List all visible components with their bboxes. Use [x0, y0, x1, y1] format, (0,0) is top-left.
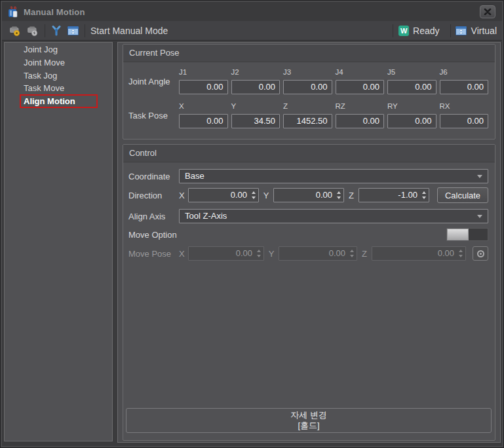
action-button-line2: [홀드]	[298, 420, 319, 431]
spin-down-icon	[350, 255, 354, 257]
axis-label-y: Y	[231, 102, 281, 111]
action-button-line1: 자세 변경	[290, 410, 327, 420]
toolbar-separator	[450, 24, 451, 37]
direction-label: Direction	[128, 191, 179, 200]
move-pose-y-label: Y	[264, 249, 279, 259]
move-pose-y-spinner: 0.00	[279, 246, 357, 261]
axis-label-j3: J3	[283, 68, 332, 77]
coordinate-select[interactable]: Base	[179, 169, 488, 183]
direction-z-label: Z	[344, 191, 359, 200]
calculate-button[interactable]: Calculate	[437, 187, 488, 203]
joint-angle-j2-field: 0.00	[231, 80, 281, 94]
axis-label-j4: J4	[336, 68, 385, 77]
joint-angle-j4-field: 0.00	[336, 80, 385, 94]
align-axis-label: Align Axis	[128, 212, 179, 221]
task-pose-rx-field: 0.00	[440, 114, 489, 128]
gripper-yellow-icon	[9, 24, 22, 37]
control-title: Control	[123, 145, 495, 162]
coordinate-label: Coordinate	[128, 172, 179, 181]
move-option-row: Move Option	[123, 227, 495, 242]
gripper-gray-icon	[26, 24, 39, 37]
sidebar-item-joint-move[interactable]: Joint Move	[5, 56, 112, 69]
task-pose-y-field: 34.50	[231, 114, 281, 128]
start-manual-mode-label: Start Manual Mode	[90, 26, 168, 36]
axis-label-rz: RZ	[336, 102, 385, 111]
joint-angle-label: Joint Angle	[128, 68, 179, 94]
close-icon	[484, 9, 492, 15]
axis-label-j6: J6	[440, 68, 489, 77]
current-pose-title: Current Pose	[123, 45, 495, 62]
manual-mode-off-button[interactable]	[9, 24, 22, 37]
direction-z-spinner[interactable]: -1.00	[359, 188, 429, 202]
pose-change-hold-button[interactable]: 자세 변경 [홀드]	[126, 408, 492, 433]
simulator-button[interactable]	[67, 24, 79, 37]
spin-down-icon[interactable]	[422, 196, 426, 199]
axis-label-z: Z	[283, 102, 332, 111]
toggle-handle[interactable]	[447, 229, 469, 240]
main-panel: Current Pose Joint Angle J10.00 J20.00 J…	[117, 42, 501, 443]
joint-angle-j6-field: 0.00	[440, 80, 489, 94]
align-axis-select[interactable]: Tool Z-Axis	[179, 209, 488, 223]
manual-mode-on-button[interactable]	[26, 24, 39, 37]
task-pose-z-field: 1452.50	[283, 114, 332, 128]
move-pose-row: Move Pose X 0.00 Y 0.00 Z 0.00	[123, 246, 495, 261]
coordinate-row: Coordinate Base	[123, 168, 495, 184]
axis-label-ry: RY	[387, 102, 436, 111]
robot-joint-icon	[50, 25, 62, 37]
sidebar-item-task-move[interactable]: Task Move	[5, 82, 112, 95]
get-current-pose-button[interactable]	[473, 246, 488, 261]
move-pose-z-label: Z	[357, 249, 372, 259]
toolbar-separator	[85, 24, 85, 37]
workcell-status-icon: W	[398, 26, 409, 36]
joint-angle-row: Joint Angle J10.00 J20.00 J30.00 J40.00 …	[123, 68, 495, 94]
sidebar-item-task-jog[interactable]: Task Jog	[5, 69, 112, 82]
direction-x-label: X	[179, 191, 188, 200]
motion-menu-sidebar: Joint Jog Joint Move Task Jog Task Move …	[4, 42, 113, 441]
joint-angle-j5-field: 0.00	[387, 80, 436, 94]
task-pose-rz-field: 0.00	[336, 114, 385, 128]
task-pose-row: Task Pose X0.00 Y34.50 Z1452.50 RZ0.00 R…	[123, 102, 495, 128]
close-button[interactable]	[480, 5, 495, 18]
move-pose-label: Move Pose	[128, 249, 179, 259]
task-pose-label: Task Pose	[128, 102, 179, 128]
joint-angle-j3-field: 0.00	[283, 80, 332, 94]
spin-up-icon[interactable]	[422, 191, 426, 194]
spin-up-icon	[350, 250, 354, 252]
toolbar-separator	[393, 24, 393, 37]
direction-y-label: Y	[259, 191, 273, 200]
move-pose-z-spinner: 0.00	[372, 246, 466, 261]
direction-y-spinner[interactable]: 0.00	[273, 188, 344, 202]
axis-label-j1: J1	[179, 68, 228, 77]
sidebar-item-align-motion[interactable]: Align Motion	[5, 95, 112, 108]
spin-up-icon[interactable]	[337, 191, 341, 194]
current-pose-group: Current Pose Joint Angle J10.00 J20.00 J…	[123, 44, 495, 140]
task-pose-ry-field: 0.00	[387, 114, 436, 128]
align-axis-row: Align Axis Tool Z-Axis	[123, 208, 495, 224]
target-icon	[477, 250, 484, 257]
servo-button[interactable]	[50, 24, 62, 37]
virtual-status-label: Virtual	[471, 26, 497, 36]
window-title: Manual Motion	[24, 7, 85, 17]
direction-row: Direction X 0.00 Y 0.00 Z -1.00 Calculat…	[123, 187, 495, 203]
joint-angle-j1-field: 0.00	[179, 80, 228, 94]
spin-down-icon	[257, 255, 261, 257]
toolbar-separator	[45, 24, 45, 37]
spin-up-icon[interactable]	[252, 191, 256, 194]
sidebar-item-joint-jog[interactable]: Joint Jog	[5, 43, 112, 56]
virtual-mode-icon	[455, 24, 468, 37]
ready-status-label: Ready	[413, 26, 439, 36]
title-bar: 3.0 Manual Motion	[2, 2, 502, 21]
task-pose-x-field: 0.00	[179, 114, 228, 128]
virtual-window-icon	[67, 25, 79, 37]
axis-label-x: X	[179, 102, 228, 111]
toolbar: Start Manual Mode W Ready Virtual	[2, 21, 502, 41]
control-group: Control Coordinate Base Direction X 0.00…	[123, 144, 495, 441]
direction-x-spinner[interactable]: 0.00	[188, 188, 259, 202]
move-option-toggle[interactable]	[446, 228, 488, 241]
manual-motion-window: 3.0 Manual Motion	[0, 0, 504, 448]
spin-down-icon[interactable]	[252, 196, 256, 199]
axis-label-rx: RX	[440, 102, 489, 111]
spin-up-icon	[459, 250, 463, 252]
move-pose-x-spinner: 0.00	[188, 246, 264, 261]
spin-down-icon[interactable]	[337, 196, 341, 199]
